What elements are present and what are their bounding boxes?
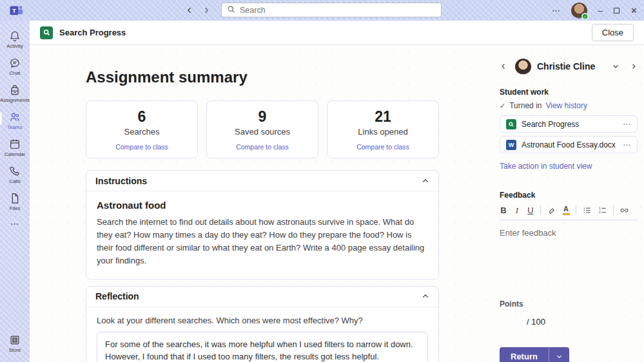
app-rail: Activity Chat Assignments Teams Calendar… [0, 21, 30, 362]
toolbar-divider [576, 205, 576, 215]
feedback-label: Feedback [500, 191, 638, 200]
minimize-button[interactable]: – [598, 6, 603, 15]
user-avatar[interactable]: ✓ [571, 3, 587, 19]
stat-label: Links opened [358, 127, 407, 137]
file-icon [8, 192, 21, 205]
next-student-button[interactable] [630, 62, 638, 70]
phone-icon [8, 165, 21, 178]
content-area: Assignment summary 6 Searches Compare to… [30, 45, 644, 362]
sidebar-item-label: Assignments [0, 97, 30, 103]
calendar-icon [8, 138, 21, 151]
search-input[interactable] [240, 6, 436, 15]
stat-card-links-opened: 21 Links opened Compare to class [327, 100, 439, 158]
sidebar-item-chat[interactable]: Chat [0, 53, 30, 80]
maximize-icon [614, 8, 620, 14]
underline-button[interactable]: U [527, 206, 534, 214]
sidebar-item-calendar[interactable]: Calendar [0, 134, 30, 161]
feedback-toolbar: B I U A 12 [500, 205, 638, 220]
close-window-button[interactable]: ✕ [630, 6, 638, 15]
sidebar-item-label: Teams [7, 124, 23, 130]
nav-back-button[interactable] [186, 6, 193, 14]
more-icon: ⋯ [10, 219, 19, 229]
highlight-button[interactable] [547, 205, 556, 215]
reflection-header-label: Reflection [95, 291, 139, 301]
attachment-search-progress[interactable]: Search Progress ⋯ [500, 115, 638, 133]
previous-student-button[interactable] [500, 62, 507, 70]
compare-to-class-link[interactable]: Compare to class [236, 143, 289, 151]
tab-title: Search Progress [59, 28, 126, 37]
attachment-name: Search Progress [522, 120, 618, 129]
reflection-header[interactable]: Reflection [86, 287, 438, 307]
maximize-button[interactable] [614, 5, 620, 16]
more-icon[interactable]: ⋯ [623, 140, 631, 149]
feedback-input[interactable]: Enter feedback [500, 228, 638, 238]
student-dropdown-chevron[interactable] [612, 62, 620, 70]
sidebar-item-store[interactable]: Store [0, 330, 30, 357]
student-name: Christie Cline [537, 61, 595, 71]
assignment-title: Astronaut food [97, 200, 428, 211]
points-max: / 100 [527, 317, 545, 327]
attachment-essay-docx[interactable]: W Astronaut Food Essay.docx ⋯ [500, 136, 638, 153]
toolbar-divider [540, 205, 541, 215]
sidebar-item-teams[interactable]: Teams [0, 107, 30, 134]
reflection-answer-box[interactable]: For some of the searches, it was more he… [97, 332, 428, 362]
store-grid-icon [8, 334, 21, 347]
chevron-up-icon [422, 292, 429, 300]
svg-text:T: T [12, 6, 16, 14]
titlebar: T ⋯ ✓ – ✕ [0, 0, 644, 21]
stat-card-saved-sources: 9 Saved sources Compare to class [206, 100, 318, 158]
grading-panel: Christie Cline Student work ✓ Turned in … [500, 45, 638, 362]
return-dropdown-button[interactable] [549, 347, 569, 362]
points-input[interactable] [500, 315, 523, 328]
link-button[interactable] [620, 205, 629, 215]
page-title: Assignment summary [86, 68, 439, 86]
reflection-card: Reflection Look at your different search… [86, 286, 439, 362]
take-action-link[interactable]: Take action in student view [500, 162, 638, 171]
sidebar-item-label: Calls [9, 178, 21, 184]
sidebar-item-label: Files [10, 205, 21, 211]
sidebar-item-assignments[interactable]: Assignments [0, 80, 30, 107]
search-icon [227, 5, 235, 16]
sidebar-item-calls[interactable]: Calls [0, 161, 30, 188]
sidebar-item-activity[interactable]: Activity [0, 26, 30, 53]
search-progress-icon [506, 119, 516, 129]
font-color-button[interactable]: A [562, 205, 570, 215]
nav-forward-button[interactable] [202, 6, 210, 14]
toolbar-divider [613, 205, 614, 215]
global-search[interactable] [221, 3, 442, 17]
numbered-list-button[interactable]: 12 [598, 205, 607, 215]
sidebar-item-label: Chat [10, 70, 21, 76]
student-avatar [515, 59, 531, 75]
points-label: Points [500, 300, 638, 309]
italic-button[interactable]: I [513, 206, 521, 214]
check-icon: ✓ [500, 102, 505, 110]
turned-in-status: Turned in [509, 101, 542, 110]
return-split-button: Return [500, 347, 569, 362]
view-history-link[interactable]: View history [545, 101, 587, 110]
instructions-header-label: Instructions [95, 176, 147, 186]
instructions-card: Instructions Astronaut food Search the i… [86, 170, 439, 280]
chevron-up-icon [422, 177, 429, 185]
student-work-label: Student work [500, 88, 638, 97]
stat-value: 6 [138, 108, 146, 126]
search-progress-icon [40, 26, 53, 39]
teams-people-icon [8, 111, 21, 124]
sidebar-item-label: Calendar [5, 151, 25, 157]
compare-to-class-link[interactable]: Compare to class [115, 143, 168, 151]
titlebar-more-icon[interactable]: ⋯ [552, 6, 560, 15]
more-icon[interactable]: ⋯ [623, 120, 631, 129]
sidebar-item-label: Activity [6, 43, 23, 49]
compare-to-class-link[interactable]: Compare to class [356, 143, 409, 151]
sidebar-item-label: Store [8, 347, 21, 353]
return-button[interactable]: Return [500, 347, 549, 362]
chat-icon [8, 57, 21, 70]
sidebar-more-button[interactable]: ⋯ [0, 215, 30, 232]
stat-label: Saved sources [235, 127, 290, 137]
stat-card-searches: 6 Searches Compare to class [86, 100, 198, 158]
bullet-list-button[interactable] [582, 205, 592, 215]
instructions-header[interactable]: Instructions [86, 171, 438, 191]
sidebar-item-files[interactable]: Files [0, 188, 30, 215]
close-button[interactable]: Close [592, 24, 634, 41]
stat-value: 9 [259, 108, 267, 126]
bold-button[interactable]: B [500, 206, 507, 214]
